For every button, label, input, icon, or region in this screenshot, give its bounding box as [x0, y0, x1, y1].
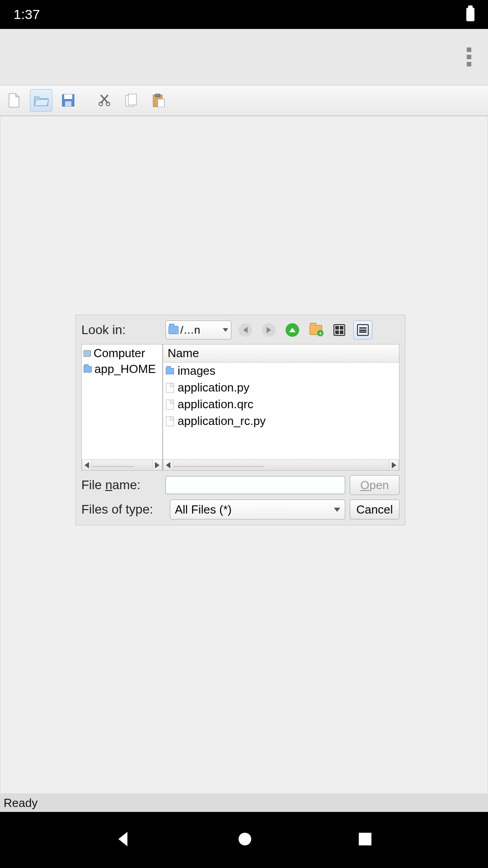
file-item-label: application.py: [178, 381, 249, 395]
android-status-bar: 1:37: [0, 0, 488, 29]
nav-home-button[interactable]: [236, 830, 254, 850]
file-item-folder[interactable]: images: [163, 363, 399, 379]
save-button[interactable]: [57, 89, 80, 112]
svg-rect-8: [155, 94, 160, 97]
svg-rect-2: [65, 101, 71, 106]
files-of-type-combo[interactable]: All Files (*): [170, 500, 345, 519]
files-of-type-value: All Files (*): [175, 503, 232, 517]
forward-button[interactable]: [259, 321, 278, 340]
dialog-panes: Computer app_HOME Name: [81, 344, 399, 471]
copy-button[interactable]: [120, 89, 143, 112]
battery-icon: [466, 8, 474, 21]
nav-back-button[interactable]: [115, 830, 133, 850]
file-item[interactable]: application_rc.py: [163, 413, 399, 429]
list-view-button[interactable]: [353, 321, 372, 340]
main-toolbar: [0, 85, 488, 116]
app-header: [0, 29, 488, 85]
status-time: 1:37: [14, 7, 40, 22]
file-icon: [166, 400, 174, 410]
back-button[interactable]: [236, 321, 255, 340]
filelist-hscrollbar[interactable]: [163, 459, 399, 470]
status-bar: Ready: [0, 794, 488, 812]
shortcut-item-computer[interactable]: Computer: [82, 345, 162, 361]
shortcut-item-home[interactable]: app_HOME: [82, 361, 162, 377]
shortcut-pane: Computer app_HOME: [81, 344, 163, 471]
file-item[interactable]: application.qrc: [163, 396, 399, 413]
folder-icon: [169, 326, 178, 334]
shortcut-label: Computer: [94, 346, 145, 360]
shortcut-hscrollbar[interactable]: [82, 459, 162, 470]
look-in-combo[interactable]: /…n: [165, 321, 231, 340]
svg-rect-11: [359, 833, 371, 845]
file-open-dialog: Look in: /…n: [75, 315, 405, 525]
folder-icon: [84, 366, 92, 373]
chevron-down-icon: [223, 328, 228, 332]
file-list-pane: Name images application.py applicatio: [163, 344, 399, 471]
look-in-label: Look in:: [81, 323, 161, 337]
status-text: Ready: [4, 796, 38, 810]
cut-button[interactable]: [93, 89, 116, 112]
android-nav-bar: [0, 812, 488, 868]
file-name-label: File name:: [81, 478, 161, 492]
svg-rect-9: [158, 99, 164, 107]
files-of-type-row: Files of type: All Files (*) Cancel: [81, 500, 399, 519]
file-item-label: application_rc.py: [178, 414, 266, 428]
computer-icon: [84, 350, 91, 357]
file-name-row: File name: Open: [81, 475, 399, 495]
cancel-button[interactable]: Cancel: [350, 500, 399, 519]
nav-recent-button[interactable]: [357, 831, 373, 849]
new-file-button[interactable]: [3, 89, 25, 112]
file-item-label: images: [178, 364, 216, 378]
folder-icon: [166, 368, 174, 374]
column-header-name[interactable]: Name: [163, 344, 399, 363]
files-of-type-label: Files of type:: [81, 502, 165, 517]
app-window: Look in: /…n: [0, 29, 488, 812]
icon-view-button[interactable]: [330, 321, 349, 340]
file-item-label: application.qrc: [178, 397, 253, 411]
svg-rect-1: [64, 94, 72, 99]
new-folder-button[interactable]: [306, 321, 325, 340]
file-item[interactable]: application.py: [163, 379, 399, 396]
file-icon: [166, 383, 174, 393]
open-button[interactable]: Open: [350, 475, 399, 495]
chevron-down-icon: [334, 508, 340, 512]
look-in-value: /…n: [180, 324, 221, 336]
file-icon: [166, 416, 174, 426]
shortcut-label: app_HOME: [94, 362, 156, 376]
overflow-menu-icon[interactable]: [464, 47, 474, 66]
paste-button[interactable]: [147, 89, 170, 112]
open-file-button[interactable]: [30, 89, 52, 112]
parent-dir-button[interactable]: [283, 321, 302, 340]
svg-rect-6: [128, 94, 136, 105]
svg-point-10: [239, 833, 251, 845]
file-name-input[interactable]: [165, 476, 345, 494]
look-in-row: Look in: /…n: [81, 321, 399, 340]
editor-area: Look in: /…n: [0, 116, 488, 794]
